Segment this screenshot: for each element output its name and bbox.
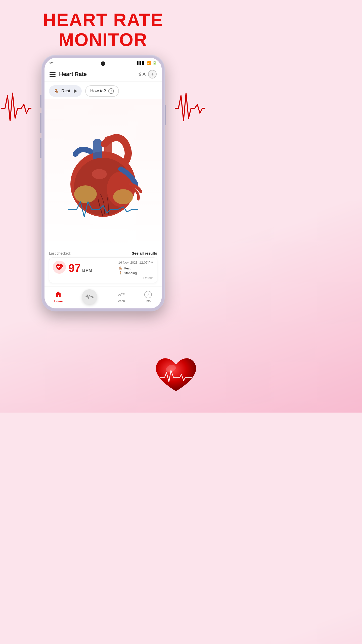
svg-point-7	[113, 189, 133, 204]
rest-mode-button[interactable]: 🪑 Rest	[49, 85, 82, 97]
svg-point-9	[123, 293, 125, 295]
hamburger-menu-button[interactable]	[50, 72, 56, 77]
rest-label: Rest	[61, 89, 70, 94]
status-icons: ▋▋▋ 📶 🔋	[137, 61, 157, 65]
vol-down-button	[40, 138, 41, 158]
results-header: Last checked: See all results	[49, 251, 157, 255]
center-ecg-icon	[85, 293, 94, 300]
bpm-tags: 🪑 Rest 🚶 Standing	[118, 266, 153, 275]
phone-frame: 9:41 ▋▋▋ 📶 🔋 Heart Rate	[41, 55, 165, 311]
header-left: Heart Rate	[50, 71, 87, 77]
bpm-number: 97	[68, 263, 81, 274]
howto-button[interactable]: How to? i	[85, 85, 119, 97]
camera-notch	[101, 61, 105, 66]
app-header: Heart Rate 文A +	[44, 68, 162, 82]
header-right: 文A +	[138, 70, 157, 78]
bpm-unit: BPM	[82, 268, 92, 273]
graph-nav-label: Graph	[117, 299, 125, 303]
standing-icon: 🚶	[118, 271, 122, 275]
bpm-info-right: 16 Nov, 2023 12:07 PM 🪑 Rest 🚶 Standing	[118, 261, 153, 280]
bottom-navigation: Home Graph i Info	[44, 287, 162, 308]
battery-icon: 🔋	[152, 61, 157, 65]
info-icon: i	[108, 88, 114, 94]
details-button[interactable]: Details	[118, 276, 153, 280]
app-main-title: HEART RATEMONITOR	[43, 10, 163, 50]
add-button[interactable]: +	[148, 70, 157, 78]
status-time: 9:41	[50, 61, 55, 64]
heart-anatomy-display	[44, 99, 162, 249]
home-icon	[54, 291, 62, 299]
rest-tag: 🪑 Rest	[118, 266, 131, 270]
svg-text:文A: 文A	[138, 72, 146, 77]
mode-buttons-row: 🪑 Rest How to? i	[44, 82, 162, 99]
heart-pulse-svg	[55, 263, 64, 272]
standing-tag-label: Standing	[124, 271, 137, 275]
bpm-datetime: 16 Nov, 2023 12:07 PM	[118, 261, 153, 264]
vol-silent-button	[40, 95, 41, 108]
hamburger-line-3	[50, 76, 56, 77]
info-nav-icon: i	[144, 291, 152, 298]
signal-icon: ▋▋▋	[137, 61, 145, 65]
results-section: Last checked: See all results 97	[44, 249, 162, 287]
translate-icon: 文A	[138, 71, 145, 77]
phone-mockup: 9:41 ▋▋▋ 📶 🔋 Heart Rate	[41, 55, 165, 311]
home-nav-label: Home	[54, 300, 63, 303]
bpm-result-card: 97 BPM 16 Nov, 2023 12:07 PM 🪑 Rest	[49, 257, 157, 283]
nav-graph[interactable]: Graph	[117, 291, 125, 303]
wifi-icon: 📶	[147, 61, 151, 65]
howto-label: How to?	[90, 89, 106, 94]
play-icon	[74, 89, 77, 93]
heart-3d-decoration	[151, 352, 201, 397]
rest-tag-label: Rest	[124, 266, 131, 270]
vol-up-button	[40, 113, 41, 133]
hamburger-line-1	[50, 72, 56, 73]
bpm-left: 97 BPM	[53, 261, 92, 274]
header-title: Heart Rate	[59, 71, 87, 77]
nav-center-heartbeat-button[interactable]	[82, 289, 97, 304]
heart-pulse-icon	[53, 261, 66, 274]
last-checked-label: Last checked:	[49, 251, 71, 255]
bpm-value-group: 97 BPM	[68, 263, 92, 274]
info-nav-label: Info	[146, 299, 151, 303]
chair-tag-icon: 🪑	[118, 266, 122, 270]
graph-icon	[117, 291, 124, 298]
ecg-right-decoration	[175, 80, 205, 136]
heart-anatomy-svg	[60, 124, 146, 224]
heart-3d-svg	[151, 352, 201, 397]
standing-tag: 🚶 Standing	[118, 271, 137, 275]
see-all-button[interactable]: See all results	[132, 251, 157, 255]
nav-info[interactable]: i Info	[144, 291, 152, 303]
nav-home[interactable]: Home	[54, 291, 63, 303]
hamburger-line-2	[50, 74, 56, 75]
svg-point-8	[92, 169, 107, 179]
chair-icon: 🪑	[54, 89, 59, 94]
svg-point-6	[74, 185, 97, 203]
power-button	[165, 105, 166, 125]
ecg-left-decoration	[1, 80, 31, 136]
translate-button[interactable]: 文A	[138, 71, 145, 77]
phone-screen: 9:41 ▋▋▋ 📶 🔋 Heart Rate	[44, 58, 162, 308]
